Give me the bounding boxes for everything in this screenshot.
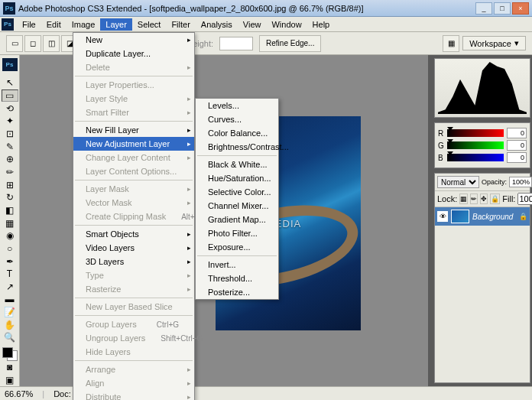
- menu-help[interactable]: Help: [307, 18, 336, 31]
- menu-item-color-balance[interactable]: Color Balance...: [196, 126, 278, 140]
- screenmode-icon[interactable]: ▣: [2, 374, 18, 386]
- layers-list[interactable]: 👁 Background 🔒: [435, 207, 530, 382]
- r-slider[interactable]: [447, 129, 504, 137]
- menu-item-new[interactable]: New▸: [73, 33, 194, 47]
- menu-item-arrange: Arrange▸: [73, 363, 194, 376]
- menu-item-layer-style: Layer Style▸: [73, 92, 194, 106]
- app-icon[interactable]: Ps: [2, 18, 14, 31]
- r-value-input[interactable]: [507, 128, 527, 138]
- shape-tool-icon[interactable]: ▬: [2, 294, 18, 306]
- minimize-button[interactable]: _: [475, 2, 492, 15]
- tools-header-icon: Ps: [2, 58, 18, 71]
- opacity-label: Opacity:: [482, 178, 507, 186]
- menu-item-selective-color[interactable]: Selective Color...: [196, 185, 278, 199]
- opacity-input[interactable]: [509, 177, 532, 187]
- lock-pixels-icon[interactable]: ✏: [470, 193, 478, 204]
- zoom-tool-icon[interactable]: 🔍: [2, 332, 18, 344]
- pen-tool-icon[interactable]: ✒: [2, 255, 18, 268]
- menu-item-type: Type▸: [73, 268, 194, 282]
- menu-item-new-adjustment-layer[interactable]: New Adjustment Layer▸: [73, 137, 194, 151]
- submenu-arrow-icon: ▸: [187, 140, 191, 148]
- eraser-tool-icon[interactable]: ◧: [2, 204, 18, 216]
- color-swatch[interactable]: [2, 347, 18, 360]
- close-button[interactable]: ×: [512, 2, 529, 15]
- healing-tool-icon[interactable]: ⊕: [2, 154, 18, 166]
- marquee-tool-icon[interactable]: ▭: [6, 35, 23, 52]
- layer-row[interactable]: 👁 Background 🔒: [435, 207, 530, 226]
- menu-edit[interactable]: Edit: [41, 18, 66, 31]
- menu-window[interactable]: Window: [266, 18, 307, 31]
- zoom-level[interactable]: 66.67%: [5, 389, 33, 398]
- crop-tool-icon[interactable]: ⊡: [2, 128, 18, 140]
- histogram-panel[interactable]: [434, 58, 530, 118]
- menu-item-exposure[interactable]: Exposure...: [196, 240, 278, 254]
- menu-item-brightness-contrast[interactable]: Brightness/Contrast...: [196, 140, 278, 154]
- menu-item-channel-mixer[interactable]: Channel Mixer...: [196, 199, 278, 213]
- menu-item-new-fill-layer[interactable]: New Fill Layer▸: [73, 123, 194, 137]
- lock-all-icon[interactable]: 🔒: [490, 193, 500, 204]
- menu-item-black-white[interactable]: Black & White...: [196, 158, 278, 171]
- hand-tool-icon[interactable]: ✋: [2, 319, 18, 331]
- lock-position-icon[interactable]: ✥: [480, 193, 488, 204]
- visibility-icon[interactable]: 👁: [437, 211, 448, 222]
- path-tool-icon[interactable]: ↗: [2, 281, 18, 293]
- height-input[interactable]: [219, 37, 253, 50]
- menu-select[interactable]: Select: [132, 18, 167, 31]
- menu-item-gradient-map[interactable]: Gradient Map...: [196, 213, 278, 226]
- menu-item-curves[interactable]: Curves...: [196, 112, 278, 126]
- selection-mode-new-icon[interactable]: ◻: [24, 35, 41, 52]
- selection-mode-add-icon[interactable]: ◫: [43, 35, 60, 52]
- menu-file[interactable]: File: [17, 18, 41, 31]
- menu-image[interactable]: Image: [66, 18, 101, 31]
- menu-item-levels[interactable]: Levels...: [196, 99, 278, 112]
- stamp-tool-icon[interactable]: ⊞: [2, 179, 18, 191]
- menu-item-3d-layers[interactable]: 3D Layers▸: [73, 255, 194, 268]
- lasso-tool-icon[interactable]: ⟲: [2, 102, 18, 115]
- b-value-input[interactable]: [507, 152, 527, 163]
- quickmask-icon[interactable]: ◙: [2, 362, 18, 374]
- menu-view[interactable]: View: [238, 18, 267, 31]
- maximize-button[interactable]: □: [494, 2, 511, 15]
- menu-item-hue-saturation[interactable]: Hue/Saturation...: [196, 171, 278, 185]
- menu-layer[interactable]: Layer: [100, 18, 132, 31]
- g-slider[interactable]: [447, 141, 504, 149]
- separator: [75, 360, 193, 361]
- menu-analysis[interactable]: Analysis: [196, 18, 238, 31]
- foreground-color-icon[interactable]: [2, 347, 13, 358]
- eyedropper-tool-icon[interactable]: ✎: [2, 141, 18, 153]
- brush-tool-icon[interactable]: ✏: [2, 166, 18, 178]
- lock-transparency-icon[interactable]: ▦: [459, 193, 468, 204]
- marquee-tool-icon[interactable]: ▭: [2, 89, 18, 102]
- notes-tool-icon[interactable]: 📝: [2, 306, 18, 318]
- history-brush-icon[interactable]: ↻: [2, 192, 18, 204]
- move-tool-icon[interactable]: ↖: [2, 76, 18, 89]
- blend-mode-select[interactable]: Normal: [437, 176, 479, 188]
- fill-input[interactable]: [517, 193, 532, 205]
- refine-edge-button[interactable]: Refine Edge...: [259, 35, 321, 52]
- type-tool-icon[interactable]: T: [2, 268, 18, 280]
- menu-item-smart-objects[interactable]: Smart Objects▸: [73, 227, 194, 241]
- wand-tool-icon[interactable]: ✦: [2, 115, 18, 128]
- menu-item-posterize[interactable]: Posterize...: [196, 285, 278, 299]
- menu-filter[interactable]: Filter: [166, 18, 195, 31]
- menu-item-photo-filter[interactable]: Photo Filter...: [196, 226, 278, 240]
- menu-item-threshold[interactable]: Threshold...: [196, 272, 278, 285]
- menu-item-vector-mask: Vector Mask▸: [73, 196, 194, 210]
- layer-thumbnail[interactable]: [451, 210, 469, 223]
- workspace-icon[interactable]: ▦: [443, 35, 459, 52]
- separator: [75, 315, 193, 316]
- g-value-input[interactable]: [507, 140, 527, 151]
- dodge-tool-icon[interactable]: ○: [2, 242, 18, 255]
- workspace-dropdown[interactable]: Workspace ▾: [462, 36, 526, 50]
- menu-item-duplicate-layer[interactable]: Duplicate Layer...: [73, 47, 194, 60]
- submenu-arrow-icon: ▸: [187, 230, 191, 238]
- submenu-arrow-icon: ▸: [187, 95, 191, 102]
- layer-name[interactable]: Background: [472, 213, 513, 221]
- separator: [75, 225, 193, 226]
- b-slider[interactable]: [447, 154, 504, 161]
- gradient-tool-icon[interactable]: ▦: [2, 217, 18, 229]
- menu-item-video-layers[interactable]: Video Layers▸: [73, 241, 194, 255]
- blur-tool-icon[interactable]: ◉: [2, 229, 18, 242]
- submenu-arrow-icon: ▸: [187, 199, 191, 207]
- menu-item-invert[interactable]: Invert...: [196, 258, 278, 272]
